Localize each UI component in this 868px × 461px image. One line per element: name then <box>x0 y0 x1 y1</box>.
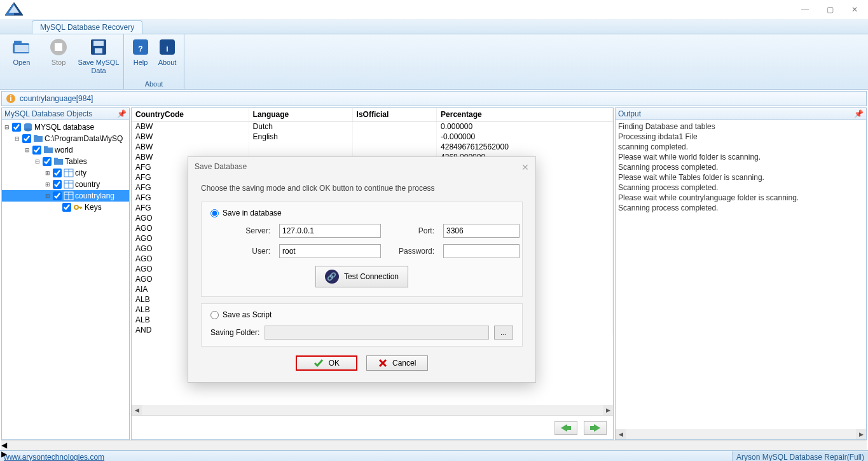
output-line: Scanning process completed. <box>618 162 864 172</box>
tab-mysql-recovery[interactable]: MySQL Database Recovery <box>32 20 142 34</box>
nav-next-button[interactable] <box>584 421 607 435</box>
svg-rect-4 <box>14 41 22 45</box>
tree-checkbox[interactable] <box>32 146 41 155</box>
nav-prev-button[interactable] <box>555 421 577 435</box>
tree-tables[interactable]: ⊟ Tables <box>2 156 129 167</box>
expand-icon[interactable]: ⊞ <box>44 181 51 188</box>
cross-icon <box>378 359 387 368</box>
tree-checkbox[interactable] <box>43 157 52 166</box>
folder-icon <box>43 146 53 155</box>
table-icon <box>64 169 74 177</box>
tree-checkbox[interactable] <box>62 203 71 212</box>
title-bar: — ▢ ✕ <box>0 0 868 19</box>
tree-checkbox[interactable] <box>53 169 62 177</box>
save-as-script-radio[interactable] <box>210 311 219 319</box>
save-as-script-label: Save as Script <box>223 310 272 319</box>
test-connection-button[interactable]: 🔗 Test Connection <box>315 266 408 287</box>
arrow-right-icon <box>589 423 602 432</box>
folder-open-icon <box>11 37 32 57</box>
column-header[interactable]: IsOfficial <box>352 108 436 121</box>
column-header[interactable]: CountryCode <box>132 108 249 121</box>
link-icon: 🔗 <box>325 270 339 284</box>
server-input[interactable] <box>279 224 381 238</box>
output-panel: Output 📌 Finding Database and tablesProc… <box>615 107 867 440</box>
pin-icon[interactable]: 📌 <box>117 109 127 118</box>
main-horizontal-scrollbar[interactable]: ◀ ▶ <box>1 440 867 450</box>
ok-button[interactable]: OK <box>296 355 357 371</box>
expand-icon[interactable]: ⊞ <box>44 170 51 176</box>
table-row[interactable]: ABW4284967612562000 <box>132 142 613 152</box>
scroll-right-icon[interactable]: ▶ <box>1 450 867 458</box>
dialog-hint: Choose the saving mode and click OK butt… <box>201 184 523 193</box>
save-mysql-data-button[interactable]: Save MySQL Data <box>78 36 120 80</box>
svg-rect-21 <box>34 135 38 137</box>
output-line: Scanning process completed. <box>618 182 864 193</box>
port-input[interactable] <box>443 224 520 238</box>
collapse-icon[interactable]: ⊟ <box>3 124 10 130</box>
user-label: User: <box>226 247 270 256</box>
table-row[interactable]: ABWDutch0.000000 <box>132 121 613 132</box>
ribbon-toolbar: Open Stop Save MySQL Data ? Help i About <box>0 34 868 90</box>
window-minimize-button[interactable]: — <box>801 5 809 14</box>
about-button[interactable]: i About <box>155 36 180 80</box>
tree-checkbox[interactable] <box>53 180 62 189</box>
output-line: Please wait while Tables folder is scann… <box>618 172 864 182</box>
collapse-icon[interactable]: ⊟ <box>44 193 51 199</box>
column-header[interactable]: Percentage <box>437 108 613 121</box>
open-button[interactable]: Open <box>4 36 39 80</box>
check-icon <box>313 359 324 368</box>
collapse-icon[interactable]: ⊟ <box>24 147 31 153</box>
scroll-right-icon[interactable]: ▶ <box>856 429 866 439</box>
dialog-close-button[interactable]: ✕ <box>521 162 529 172</box>
dialog-title: Save Database <box>195 162 247 172</box>
tree-world[interactable]: ⊟ world <box>2 144 129 156</box>
scroll-left-icon[interactable]: ◀ <box>1 441 867 450</box>
svg-rect-41 <box>590 426 595 430</box>
browse-folder-button[interactable]: ... <box>494 326 513 340</box>
server-label: Server: <box>226 226 270 235</box>
breadcrumb-text: countrylanguage[984] <box>20 94 93 103</box>
table-row[interactable]: ABWEnglish-0.000000 <box>132 132 613 142</box>
saving-folder-label: Saving Folder: <box>210 328 259 337</box>
pin-icon[interactable]: 📌 <box>854 109 864 118</box>
horizontal-scrollbar[interactable]: ◀ ▶ <box>132 405 613 415</box>
port-label: Port: <box>390 226 434 235</box>
tree-checkbox[interactable] <box>53 191 62 200</box>
password-label: Password: <box>390 247 434 256</box>
database-tree[interactable]: ⊟ MYSQL database ⊟ C:\ProgramData\MySQ ⊟… <box>2 120 129 439</box>
window-maximize-button[interactable]: ▢ <box>827 5 834 14</box>
tree-keys[interactable]: Keys <box>2 202 129 213</box>
output-line: Please wait while world folder is scanni… <box>618 152 864 162</box>
tree-city[interactable]: ⊞ city <box>2 167 129 179</box>
tree-program-data[interactable]: ⊟ C:\ProgramData\MySQ <box>2 133 129 144</box>
output-line: Scanning process completed. <box>618 203 864 213</box>
collapse-icon[interactable]: ⊟ <box>34 158 41 165</box>
save-as-script-group: Save as Script Saving Folder: ... <box>201 303 523 347</box>
svg-rect-25 <box>54 158 58 160</box>
tree-checkbox[interactable] <box>12 123 21 132</box>
collapse-icon[interactable]: ⊟ <box>13 135 20 142</box>
scroll-right-icon[interactable]: ▶ <box>603 405 613 415</box>
horizontal-scrollbar[interactable]: ◀ ▶ <box>616 429 866 439</box>
svg-text:i: i <box>10 94 11 103</box>
help-button[interactable]: ? Help <box>128 36 153 80</box>
svg-rect-24 <box>54 159 63 165</box>
save-in-database-radio[interactable] <box>210 209 219 217</box>
tree-countrylanguage[interactable]: ⊟ countrylang <box>2 190 129 202</box>
document-tab-bar: MySQL Database Recovery <box>0 19 868 34</box>
tree-root[interactable]: ⊟ MYSQL database <box>2 121 129 133</box>
svg-text:i: i <box>166 45 168 53</box>
svg-rect-7 <box>55 43 62 51</box>
column-header[interactable]: Language <box>249 108 352 121</box>
tree-checkbox[interactable] <box>22 134 31 143</box>
tree-country[interactable]: ⊞ country <box>2 179 129 190</box>
svg-rect-22 <box>44 148 53 153</box>
user-input[interactable] <box>279 244 381 258</box>
tree-panel-title: MySQL Database Objects <box>4 109 92 118</box>
password-input[interactable] <box>443 244 520 258</box>
cancel-button[interactable]: Cancel <box>366 355 428 371</box>
folder-icon <box>53 157 64 166</box>
window-close-button[interactable]: ✕ <box>851 5 858 14</box>
scroll-left-icon[interactable]: ◀ <box>132 405 142 415</box>
scroll-left-icon[interactable]: ◀ <box>616 429 626 439</box>
